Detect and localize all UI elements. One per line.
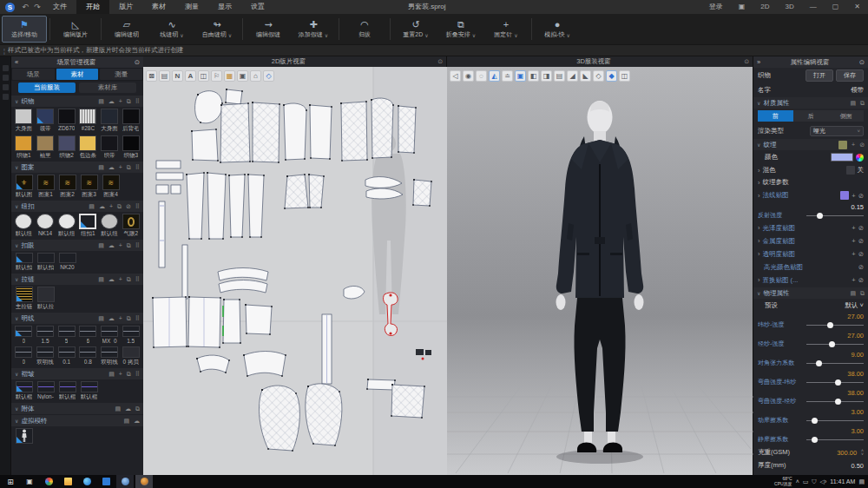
- chevron-right-icon[interactable]: ›: [758, 167, 760, 175]
- caret-down-icon[interactable]: ∨: [514, 32, 517, 38]
- section-buttonhole[interactable]: ∨扣眼 ▤ ☁ + ⧉ ⠿: [11, 240, 143, 251]
- pattern-piece-icon[interactable]: ⌂: [250, 70, 261, 82]
- avatar-swatch-selected[interactable]: [14, 428, 34, 444]
- name-value[interactable]: 领带: [851, 86, 864, 95]
- topstitch-swatch[interactable]: 双明线: [100, 346, 120, 366]
- trash-icon[interactable]: ⊘: [858, 237, 864, 245]
- section-avatar[interactable]: ∨虚拟模特 ▤ ☁: [11, 415, 143, 426]
- folder-icon[interactable]: ▤: [108, 371, 115, 378]
- caret-down-icon[interactable]: ∨: [566, 32, 569, 38]
- jacket-icon[interactable]: ◢: [567, 70, 578, 82]
- fabric-swatch-selected[interactable]: 领带: [36, 109, 56, 133]
- cube-icon[interactable]: ▣: [515, 70, 526, 82]
- tool-simulate-fast[interactable]: ● 模拟-快∨: [535, 16, 580, 43]
- slider[interactable]: [806, 378, 864, 386]
- add-icon[interactable]: +: [119, 98, 122, 104]
- fabric-swatch[interactable]: 织带: [100, 135, 120, 160]
- pin-icon[interactable]: ⊙: [740, 58, 753, 65]
- button-swatch[interactable]: 默认纽: [14, 214, 34, 238]
- topstitch-swatch[interactable]: 0.8: [78, 346, 98, 366]
- add-icon[interactable]: +: [119, 371, 122, 377]
- pattern-pieces-canvas[interactable]: [143, 67, 447, 475]
- slider[interactable]: [806, 320, 864, 329]
- shoe-icon[interactable]: ◣: [580, 70, 591, 82]
- menu-settings[interactable]: 设置: [241, 0, 274, 14]
- button-swatch[interactable]: NK14: [36, 214, 56, 238]
- topstitch-swatch[interactable]: 0.1: [56, 346, 76, 366]
- context-menu-icon[interactable]: ⠿: [135, 242, 140, 249]
- add-icon[interactable]: +: [852, 276, 855, 284]
- pattern-swatch[interactable]: ≋图案4: [101, 175, 121, 199]
- basket-icon[interactable]: ▦: [224, 70, 235, 82]
- chrome-icon[interactable]: [40, 475, 57, 488]
- buttonhole-swatch[interactable]: 默认扣: [36, 253, 56, 272]
- garment-outline-icon[interactable]: ◨: [541, 70, 552, 82]
- tool-free-sewing[interactable]: ↬ 自由缝纫∨: [194, 16, 240, 43]
- context-menu-icon[interactable]: ⠿: [135, 276, 140, 283]
- folder-icon[interactable]: ▤: [123, 418, 129, 425]
- section-fabric[interactable]: ∨织物 ▤ ☁ + ⧉ ⠿: [11, 96, 143, 107]
- cloud-icon[interactable]: ☁: [108, 242, 115, 249]
- blend-swatch[interactable]: [846, 166, 855, 175]
- tool-reset-2d[interactable]: ↺ 重置2D∨: [393, 16, 438, 43]
- topstitch-swatch[interactable]: MX_0: [100, 326, 120, 344]
- tool-press[interactable]: ◠ 归拔: [342, 16, 387, 43]
- topstitch-swatch[interactable]: 6: [78, 326, 98, 344]
- topstitch-swatch[interactable]: 1.5: [121, 326, 141, 344]
- tool-line-sewing[interactable]: ∿ 线缝纫∨: [149, 16, 194, 43]
- folder-icon[interactable]: ▤: [850, 100, 856, 107]
- clamp-icon[interactable]: ▣: [237, 70, 248, 82]
- topstitch-swatch-selected[interactable]: 0: [14, 326, 34, 344]
- cloud-icon[interactable]: ☁: [125, 406, 131, 412]
- section-topstitch[interactable]: ∨明线 ▤ ☁ + ⧉ ⠿: [11, 313, 143, 324]
- garment-icon[interactable]: ◧: [528, 70, 539, 82]
- pattern-swatch[interactable]: ≋图案3: [79, 175, 99, 199]
- buttonhole-swatch[interactable]: NK20: [57, 253, 77, 272]
- tool-fixed-pin[interactable]: + 固定针∨: [483, 16, 529, 43]
- folder-icon[interactable]: ▤: [98, 242, 104, 249]
- fabric-swatch[interactable]: 大身面: [100, 109, 120, 133]
- color-swatch[interactable]: [831, 153, 853, 162]
- add-icon[interactable]: +: [109, 203, 113, 209]
- add-icon[interactable]: +: [852, 142, 855, 148]
- zipper-swatch[interactable]: 默认拉: [36, 287, 56, 311]
- context-menu-icon[interactable]: ⠿: [135, 164, 140, 171]
- add-icon[interactable]: +: [852, 224, 855, 232]
- slider[interactable]: [806, 397, 864, 406]
- add-icon[interactable]: +: [852, 237, 855, 245]
- task-view-button[interactable]: ▣: [21, 475, 38, 488]
- menu-measure[interactable]: 测量: [175, 0, 208, 14]
- battery-icon[interactable]: ▭: [803, 478, 809, 485]
- tool-edit-sewing[interactable]: ▱ 编辑缝纫: [104, 16, 149, 43]
- folder-icon[interactable]: ▤: [850, 290, 856, 297]
- save-button[interactable]: 保存: [836, 69, 864, 82]
- avatar-pose-icon[interactable]: ◭: [489, 70, 500, 82]
- tool-edit-basting[interactable]: ⇝ 编辑假缝: [246, 16, 291, 43]
- folder-icon[interactable]: ▤: [98, 315, 104, 322]
- open-button[interactable]: 打开: [806, 69, 833, 82]
- folder-icon[interactable]: ▤: [98, 98, 104, 105]
- save-disk-icon[interactable]: ⧉: [860, 100, 865, 107]
- menu-start[interactable]: 开始: [76, 0, 109, 14]
- caret-down-icon[interactable]: ∨: [180, 32, 183, 38]
- volume-icon[interactable]: ◁›: [820, 478, 827, 485]
- pleat-swatch[interactable]: 默认褶: [79, 381, 99, 401]
- button-swatch[interactable]: 气眼2: [121, 214, 141, 238]
- section-pleat[interactable]: ∨褶皱 ▤ + ⧉ ⠿: [11, 368, 143, 379]
- topstitch-swatch[interactable]: 0 拷贝: [121, 346, 141, 366]
- mannequin-3d[interactable]: [447, 67, 753, 475]
- maximize-button[interactable]: ▢: [825, 0, 847, 14]
- pleat-swatch[interactable]: Nylon-: [36, 381, 56, 401]
- section-physics[interactable]: ∨物理属性 ▤ ⧉: [753, 287, 868, 299]
- pattern-swatch-selected[interactable]: ⚜默认图: [14, 175, 34, 199]
- fabric-swatch[interactable]: 后背毛: [121, 109, 141, 133]
- trash-icon[interactable]: ⊘: [858, 263, 864, 271]
- section-material[interactable]: ∨材质属性 ▤ ⧉: [753, 97, 868, 109]
- chevron-right-icon[interactable]: ›: [758, 192, 760, 200]
- tab-front[interactable]: 前: [758, 110, 793, 122]
- folder-icon[interactable]: ▤: [89, 203, 95, 210]
- avatar-outline-icon[interactable]: ◌: [476, 70, 487, 82]
- layers-icon[interactable]: ▤: [554, 70, 565, 82]
- copy-icon[interactable]: ⧉: [127, 242, 131, 249]
- context-menu-icon[interactable]: ⠿: [135, 203, 140, 210]
